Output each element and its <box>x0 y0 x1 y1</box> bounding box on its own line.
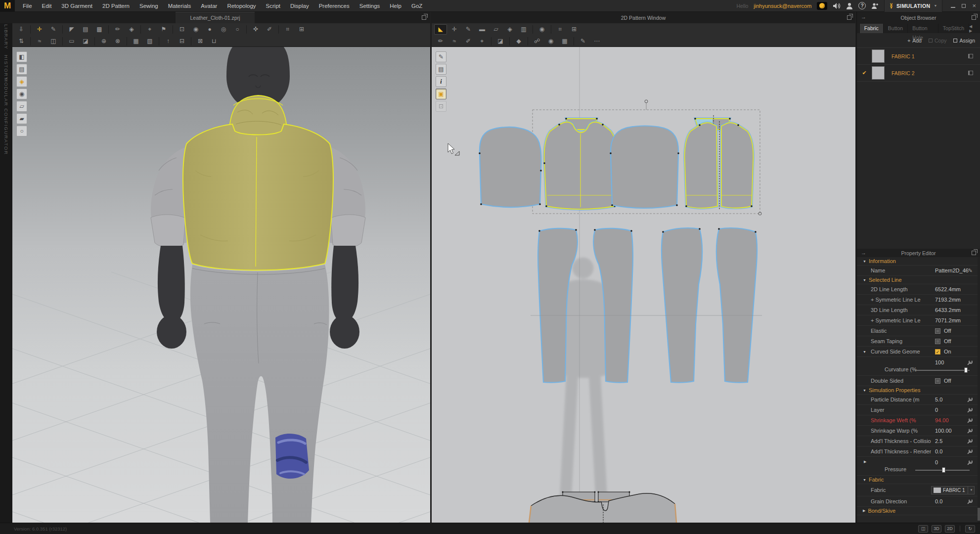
detach-window-icon[interactable] <box>847 15 851 20</box>
slider-knob[interactable] <box>942 467 945 473</box>
show-3d-scene-icon[interactable]: ◧ <box>16 51 27 62</box>
tool-internal-shape[interactable]: ◈ <box>503 24 516 35</box>
avatar-add-icon[interactable] <box>871 2 879 9</box>
show-garment-2d-icon[interactable]: ▤ <box>436 64 446 75</box>
garment-vest[interactable] <box>183 124 333 270</box>
wrench-icon[interactable] <box>967 417 973 424</box>
tool-detail-sewing[interactable]: ⌖ <box>476 36 489 46</box>
pants-pattern-patch[interactable] <box>275 434 309 479</box>
fabric-detail-icon[interactable] <box>968 54 973 58</box>
wrench-icon[interactable] <box>967 438 973 445</box>
show-garment-icon[interactable]: ▤ <box>16 64 27 75</box>
tool-tack[interactable]: ⚑ <box>157 24 170 35</box>
tab-button-hole[interactable]: Button Hole <box>908 24 938 33</box>
tool-edit-pattern[interactable]: ✛ <box>448 24 461 35</box>
field-value[interactable]: 5.0 <box>935 397 942 402</box>
field-value[interactable]: 0 <box>935 407 938 413</box>
field-value[interactable]: 7193.2mm <box>935 297 961 303</box>
property-row-selected-line[interactable]: ▼Selected Line <box>857 276 978 284</box>
section-arrow-icon[interactable]: ▶ <box>864 460 866 464</box>
field-value[interactable]: 0.0 <box>935 448 942 454</box>
property-editor-scrollbar[interactable] <box>978 257 980 523</box>
tool-grid[interactable]: ⊞ <box>568 24 580 35</box>
slider-track[interactable] <box>915 370 970 371</box>
section-arrow-icon[interactable]: ▼ <box>863 350 866 354</box>
restore-button[interactable] <box>962 4 966 8</box>
fabric-select-dropdown[interactable]: FABRIC 1▼ <box>931 486 975 494</box>
refresh-view-button[interactable]: ↻ <box>965 525 975 533</box>
tool-zipper[interactable]: ↑ <box>162 36 175 46</box>
tool-iron[interactable]: ◪ <box>79 36 92 46</box>
tab-topstitch[interactable]: TopStitch <box>938 24 969 33</box>
tab-button[interactable]: Button <box>884 24 908 33</box>
tool-pleats[interactable]: ▥ <box>517 24 530 35</box>
show-fabric-b-icon[interactable]: ▰ <box>16 113 27 124</box>
property-row-bond-skive[interactable]: ▶Bond/Skive <box>857 507 978 515</box>
menu-2d-pattern[interactable]: 2D Pattern <box>97 0 134 12</box>
collapse-panel-icon[interactable]: → <box>861 14 866 20</box>
menu-help[interactable]: Help <box>385 0 406 12</box>
simulation-mode-dropdown[interactable]: ∨∨ SIMULATION ▼ <box>884 0 942 12</box>
tool-hem[interactable]: ⊔ <box>208 36 221 46</box>
3d-viewport[interactable]: ◧▤◈◉▱▰○ <box>12 47 430 523</box>
fabric-swatch[interactable] <box>872 66 885 80</box>
pattern-sleeve-right[interactable] <box>610 126 679 209</box>
tool-stitch-preview[interactable]: ⋯ <box>590 36 603 46</box>
tab-fabric[interactable]: Fabric <box>860 24 884 33</box>
menu-sewing[interactable]: Sewing <box>134 0 163 12</box>
menu-settings[interactable]: Settings <box>355 0 385 12</box>
tool-grid[interactable]: ⊞ <box>295 24 308 35</box>
checkbox[interactable] <box>935 378 940 384</box>
tool-paste-pose[interactable]: ⊡ <box>176 24 188 35</box>
tool-grid-select[interactable]: ⌗ <box>281 24 294 35</box>
tool-select-mesh[interactable]: ✎ <box>47 24 60 35</box>
tool-trim[interactable]: ⊟ <box>176 36 188 46</box>
view-2d-button[interactable]: 2D <box>945 525 955 533</box>
tool-grid-snap[interactable]: ⌗ <box>554 24 567 35</box>
menu-edit[interactable]: Edit <box>37 0 57 12</box>
tool-edit-sewing[interactable]: ✐ <box>462 36 475 46</box>
tool-arrangement-points[interactable]: ◉ <box>189 24 202 35</box>
menu-script[interactable]: Script <box>261 0 285 12</box>
field-value[interactable]: 94.00 <box>935 417 949 423</box>
checkbox[interactable] <box>935 349 940 355</box>
user-profile-icon[interactable] <box>846 2 853 9</box>
copy-fabric-button[interactable]: Copy <box>929 38 947 44</box>
tool-walk-avatar[interactable]: ⇅ <box>15 36 28 46</box>
field-value[interactable]: 6522.4mm <box>935 286 961 292</box>
lock-pattern-icon[interactable]: ⊡ <box>436 101 446 112</box>
tool-seam-iron[interactable]: ◪ <box>494 36 507 46</box>
tool-drape-selected[interactable]: ▩ <box>93 24 106 35</box>
tool-buttonhole[interactable]: ▦ <box>558 36 571 46</box>
wrench-icon[interactable] <box>967 498 973 505</box>
tool-stitch-b[interactable]: ◫ <box>47 36 60 46</box>
field-value[interactable]: 0.0 <box>935 498 942 504</box>
tool-solidify[interactable]: ▦ <box>130 36 142 46</box>
pattern-bodice-back[interactable] <box>685 121 754 210</box>
menu-file[interactable]: File <box>18 0 37 12</box>
fabric-swatch[interactable] <box>872 49 885 63</box>
tool-zipper-2d[interactable]: ☍ <box>531 36 543 46</box>
tab-scroll-arrows[interactable]: ◀ ▶ <box>969 24 980 33</box>
wrench-icon[interactable] <box>967 359 973 366</box>
field-value[interactable]: 100 <box>935 359 944 365</box>
2d-pattern-canvas[interactable]: ✎▤i▣⊡ <box>431 47 855 523</box>
tool-transform-pattern[interactable]: ◣ <box>434 24 447 35</box>
wrench-icon[interactable] <box>967 459 973 466</box>
tool-measure-edit[interactable]: ✐ <box>263 24 276 35</box>
user-email[interactable]: jinhyunsuck@navercom <box>754 3 811 9</box>
add-fabric-button[interactable]: +Add <box>907 38 922 44</box>
tool-steam[interactable]: ▭ <box>65 36 78 46</box>
tool-avatar-pose[interactable]: ○ <box>231 24 244 35</box>
field-value[interactable]: 100.00 <box>935 428 952 434</box>
show-pattern-outline-icon[interactable]: ◈ <box>16 76 27 87</box>
menu-preferences[interactable]: Preferences <box>314 0 355 12</box>
fabric-item-fabric-2[interactable]: ✔FABRIC 2 <box>857 65 980 82</box>
show-fabric-a-icon[interactable]: ▱ <box>16 101 27 112</box>
tool-sewing-check[interactable]: ◈ <box>125 24 138 35</box>
tool-avatar-fit[interactable]: ◎ <box>217 24 230 35</box>
tool-stitch-a[interactable]: ≈ <box>33 36 46 46</box>
field-value[interactable]: 7071.2mm <box>935 317 961 323</box>
tool-select-move[interactable]: ✛ <box>33 24 46 35</box>
detach-window-icon[interactable] <box>972 15 976 20</box>
